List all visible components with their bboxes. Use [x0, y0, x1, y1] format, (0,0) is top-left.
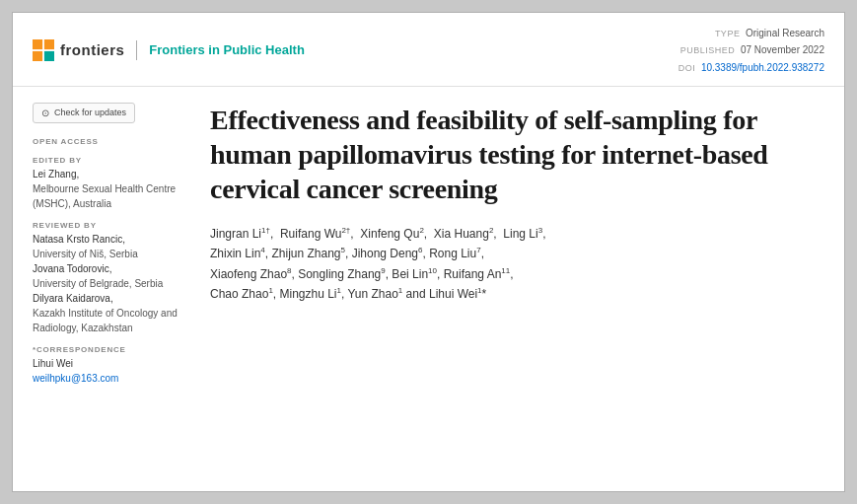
- doi-row: DOI 10.3389/fpubh.2022.938272: [678, 59, 824, 76]
- published-value: 07 November 2022: [741, 44, 824, 55]
- doi-label: DOI: [678, 63, 696, 73]
- sidebar: ⊙ Check for updates OPEN ACCESS EDITED B…: [33, 103, 190, 479]
- published-label: PUBLISHED: [680, 45, 736, 55]
- frontiers-logo: frontiers: [33, 39, 124, 61]
- journal-title: Frontiers in Public Health: [149, 42, 304, 57]
- reviewer-3-name: Dilyara Kaidarova,: [33, 293, 113, 304]
- reviewer-1-institution: University of Niš, Serbia: [33, 249, 138, 259]
- header: frontiers Frontiers in Public Health TYP…: [13, 13, 844, 87]
- svg-rect-3: [44, 51, 54, 61]
- header-divider: [136, 40, 137, 60]
- editor-info: Lei Zhang, Melbourne Sexual Health Centr…: [33, 167, 190, 211]
- frontiers-logo-icon: [33, 39, 54, 61]
- correspondence-email: weilhpku@163.com: [33, 373, 118, 384]
- article-title: Effectiveness and feasibility of self-sa…: [210, 103, 824, 206]
- open-access-section: OPEN ACCESS: [33, 137, 190, 146]
- reviewer-2-name: Jovana Todorovic,: [33, 263, 111, 274]
- editor-name: Lei Zhang,: [33, 169, 79, 180]
- reviewer-1-name: Natasa Krsto Rancic,: [33, 234, 125, 245]
- type-value: Original Research: [746, 28, 824, 38]
- open-access-label: OPEN ACCESS: [33, 137, 190, 146]
- main-content: ⊙ Check for updates OPEN ACCESS EDITED B…: [13, 87, 844, 491]
- author-line2: Zhixin Lin4, Zhijun Zhang5, Jihong Deng6…: [210, 247, 484, 260]
- edited-by-label: EDITED BY: [33, 156, 190, 165]
- reviewers-list: Natasa Krsto Rancic, University of Niš, …: [33, 232, 190, 335]
- editor-institution: Melbourne Sexual Health Centre (MSHC), A…: [33, 183, 176, 209]
- frontiers-logo-text: frontiers: [60, 41, 124, 58]
- reviewer-2-institution: University of Belgrade, Serbia: [33, 278, 163, 289]
- page-container: frontiers Frontiers in Public Health TYP…: [12, 12, 845, 492]
- doi-link[interactable]: 10.3389/fpubh.2022.938272: [701, 62, 824, 73]
- header-meta: TYPE Original Research PUBLISHED 07 Nove…: [678, 25, 824, 76]
- svg-rect-1: [44, 39, 54, 49]
- type-label: TYPE: [715, 29, 741, 38]
- reviewed-by-section: REVIEWED BY Natasa Krsto Rancic, Univers…: [33, 221, 190, 335]
- check-updates-label: Check for updates: [54, 108, 126, 117]
- correspondence-name: Lihui Wei: [33, 358, 73, 369]
- header-left: frontiers Frontiers in Public Health: [33, 39, 305, 61]
- author-jingran: Jingran Li1†, Ruifang Wu2†, Xinfeng Qu2,…: [210, 227, 546, 241]
- journal-prefix: Frontiers in: [149, 42, 223, 57]
- type-row: TYPE Original Research: [678, 25, 824, 41]
- journal-name: Public Health: [223, 42, 304, 57]
- edited-by-section: EDITED BY Lei Zhang, Melbourne Sexual He…: [33, 156, 190, 211]
- reviewed-by-label: REVIEWED BY: [33, 221, 190, 230]
- svg-rect-0: [33, 39, 42, 49]
- correspondence-section: *CORRESPONDENCE Lihui Wei weilhpku@163.c…: [33, 345, 190, 386]
- article-content: Effectiveness and feasibility of self-sa…: [210, 103, 824, 479]
- author-line4: Chao Zhao1, Mingzhu Li1, Yun Zhao1 and L…: [210, 287, 486, 301]
- reviewer-3-institution: Kazakh Institute of Oncology and Radiolo…: [33, 308, 178, 333]
- correspondence-label: *CORRESPONDENCE: [33, 345, 190, 354]
- author-line3: Xiaofeng Zhao8, Songling Zhang9, Bei Lin…: [210, 267, 514, 281]
- correspondence-info: Lihui Wei weilhpku@163.com: [33, 356, 190, 386]
- check-icon: ⊙: [41, 108, 49, 118]
- check-updates-button[interactable]: ⊙ Check for updates: [33, 103, 135, 123]
- published-row: PUBLISHED 07 November 2022: [678, 41, 824, 58]
- authors: Jingran Li1†, Ruifang Wu2†, Xinfeng Qu2,…: [210, 224, 824, 305]
- svg-rect-2: [33, 51, 42, 61]
